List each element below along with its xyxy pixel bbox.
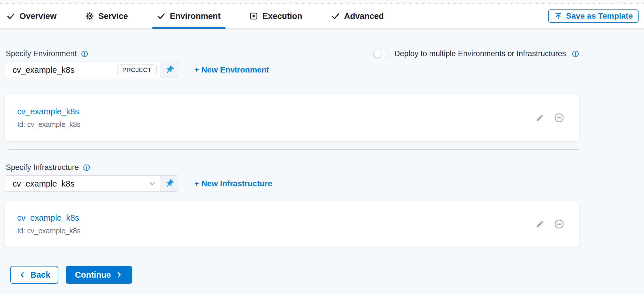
chevron-down-icon	[148, 179, 157, 188]
edit-environment-button[interactable]	[534, 112, 545, 123]
back-button-label: Back	[30, 270, 50, 280]
tab-environment[interactable]: Environment	[156, 4, 221, 28]
infrastructure-card: cv_example_k8s Id: cv_example_k8s	[5, 201, 579, 247]
page-top-strip	[0, 0, 644, 4]
infrastructure-card-actions	[534, 218, 565, 230]
minus-circle-icon	[554, 113, 564, 123]
infrastructure-card-info: cv_example_k8s Id: cv_example_k8s	[17, 213, 534, 235]
environment-input-field[interactable]: PROJECT	[5, 62, 161, 78]
tab-execution[interactable]: Execution	[249, 4, 303, 28]
multi-deploy-toggle-label: Deploy to multiple Environments or Infra…	[394, 49, 566, 58]
specify-environment-text: Specify Environment	[6, 49, 77, 58]
infrastructure-card-id: Id: cv_example_k8s	[17, 227, 534, 235]
back-button[interactable]: Back	[10, 266, 58, 284]
continue-button-label: Continue	[75, 270, 111, 280]
pencil-icon	[536, 220, 544, 228]
infrastructure-selected-value: cv_example_k8s	[13, 179, 148, 189]
tab-label: Execution	[262, 11, 302, 21]
check-icon	[331, 11, 340, 21]
section-divider	[9, 149, 579, 150]
tab-service[interactable]: Service	[85, 4, 128, 28]
pin-infrastructure-button[interactable]	[161, 176, 178, 191]
multi-deploy-toggle[interactable]	[373, 50, 389, 58]
tab-label: Environment	[170, 11, 220, 21]
tab-advanced[interactable]: Advanced	[330, 4, 385, 28]
infrastructure-card-title-link[interactable]: cv_example_k8s	[17, 213, 79, 223]
environment-card-title-link[interactable]: cv_example_k8s	[17, 107, 79, 116]
info-icon[interactable]	[83, 164, 90, 171]
tab-label: Overview	[19, 11, 56, 21]
pin-icon	[165, 65, 174, 75]
tabbar-spacer	[412, 4, 521, 28]
save-as-template-button[interactable]: Save as Template	[548, 9, 639, 23]
tab-label: Advanced	[344, 11, 384, 21]
new-infrastructure-link[interactable]: + New Infrastructure	[194, 179, 272, 188]
remove-environment-button[interactable]	[553, 111, 565, 124]
remove-infrastructure-button[interactable]	[553, 218, 565, 230]
multi-deploy-toggle-block: Deploy to multiple Environments or Infra…	[373, 49, 579, 58]
wizard-footer: Back Continue	[10, 266, 579, 284]
environment-card-actions	[534, 111, 565, 124]
tab-label: Service	[98, 11, 128, 21]
chevron-right-icon	[115, 271, 123, 279]
info-icon[interactable]	[81, 50, 88, 58]
toggle-knob	[374, 50, 381, 58]
check-icon	[157, 11, 166, 21]
stage-tab-bar: Overview Service Environment	[0, 4, 644, 29]
save-as-template-label: Save as Template	[566, 11, 633, 21]
environment-stage-panel: Specify Environment Deploy to multiple E…	[0, 49, 644, 284]
edit-infrastructure-button[interactable]	[534, 219, 545, 230]
check-icon	[6, 11, 15, 21]
specify-environment-label: Specify Environment	[6, 49, 88, 58]
specify-infrastructure-text: Specify Infrastructure	[6, 163, 79, 172]
gear-icon	[85, 11, 94, 21]
environment-select-control: PROJECT	[5, 62, 178, 78]
specify-infrastructure-label: Specify Infrastructure	[6, 163, 90, 172]
upload-icon	[554, 12, 563, 20]
tab-overview[interactable]: Overview	[6, 4, 57, 28]
environment-card: cv_example_k8s Id: cv_example_k8s	[5, 94, 579, 141]
infrastructure-select-field[interactable]: cv_example_k8s	[5, 176, 161, 191]
environment-card-id: Id: cv_example_k8s	[17, 120, 534, 129]
new-environment-link[interactable]: + New Environment	[194, 65, 269, 75]
info-icon[interactable]	[572, 50, 579, 58]
execution-icon	[249, 11, 258, 21]
environment-input[interactable]	[13, 65, 117, 75]
environment-card-info: cv_example_k8s Id: cv_example_k8s	[17, 107, 534, 129]
minus-circle-icon	[554, 219, 564, 229]
chevron-left-icon	[18, 271, 26, 279]
pin-environment-button[interactable]	[161, 62, 178, 78]
pencil-icon	[536, 113, 544, 122]
pin-icon	[165, 179, 174, 189]
scope-badge: PROJECT	[117, 64, 157, 75]
continue-button[interactable]: Continue	[66, 266, 132, 284]
infrastructure-select-control: cv_example_k8s	[5, 175, 178, 192]
